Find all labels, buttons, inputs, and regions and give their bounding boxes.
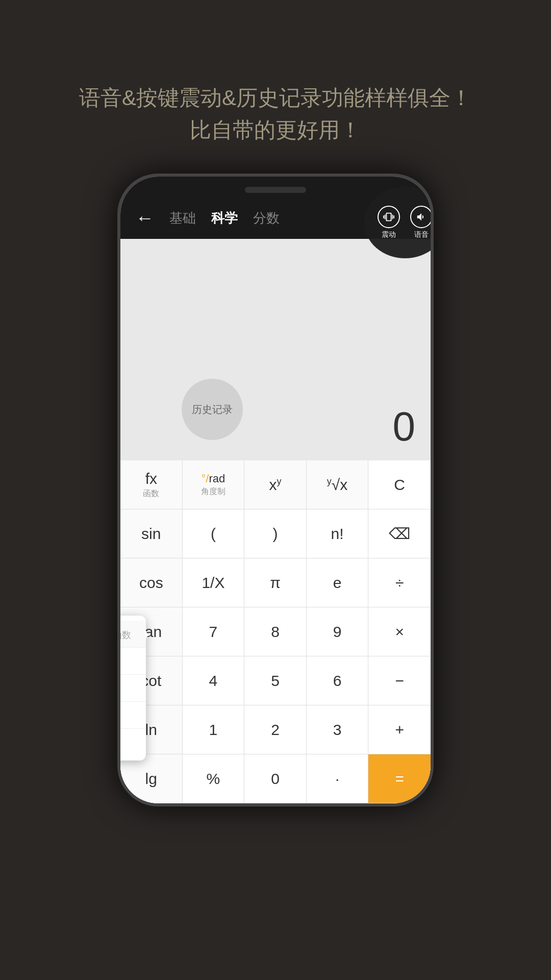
key-fx-0-0[interactable]: fx函数 (120, 460, 183, 509)
popup-item-tan[interactable]: tan-1 (120, 702, 146, 729)
key-C-0-4[interactable]: C (368, 460, 431, 509)
keyboard-row-3: tan789× (120, 607, 431, 656)
controls-row: 震动 语音 (378, 206, 431, 239)
key-1-5-1[interactable]: 1 (183, 705, 245, 754)
key-6-4-3[interactable]: 6 (307, 656, 369, 705)
key-lg-6-0[interactable]: lg (120, 754, 183, 803)
key-8-3-2[interactable]: 8 (244, 607, 307, 656)
popup-item-fx-inverse[interactable]: fx-1 反函数 (120, 621, 146, 648)
keyboard-row-6: lg%0·= (120, 754, 431, 803)
voice-icon (410, 206, 431, 228)
back-button[interactable]: ← (136, 207, 154, 229)
key-3-5-3[interactable]: 3 (307, 705, 369, 754)
history-button[interactable]: 历史记录 (182, 379, 243, 440)
key-__x-0-3[interactable]: y√x (307, 460, 369, 509)
tab-science[interactable]: 科学 (211, 209, 238, 227)
keyboard-row-4: cot456− (120, 656, 431, 705)
keyboard-row-0: fx函数°/rad角度制xyy√xC (120, 460, 431, 509)
key-cos-2-0[interactable]: cos (120, 558, 183, 607)
phone-wrapper: ← 基础 科学 分数 震 (117, 174, 434, 806)
key-_-5-4[interactable]: + (368, 705, 431, 754)
display-number: 0 (393, 403, 416, 450)
key-x_-0-2[interactable]: xy (244, 460, 307, 509)
keyboard-row-2: cos1/Xπe÷ (120, 558, 431, 607)
tab-basic[interactable]: 基础 (169, 209, 196, 227)
vibrate-control[interactable]: 震动 (378, 206, 400, 239)
voice-label: 语音 (414, 230, 429, 239)
voice-control[interactable]: 语音 (410, 206, 431, 239)
key-0-6-2[interactable]: 0 (244, 754, 307, 803)
key-_-6-4[interactable]: = (368, 754, 431, 803)
promo-line2: 比自带的更好用！ (41, 114, 510, 146)
key-n_-1-3[interactable]: n! (307, 509, 369, 558)
key-__rad-0-1[interactable]: °/rad角度制 (183, 460, 245, 509)
key-_-1-2[interactable]: ) (244, 509, 307, 558)
key-_-2-4[interactable]: ÷ (368, 558, 431, 607)
phone-notch (245, 187, 306, 193)
keyboard: fx函数°/rad角度制xyy√xCsin()n!⌫cos1/Xπe÷tan78… (120, 460, 431, 803)
top-bar: ← 基础 科学 分数 震 (120, 177, 431, 239)
phone-frame: ← 基础 科学 分数 震 (117, 174, 434, 806)
key-_-3-4[interactable]: × (368, 607, 431, 656)
key-_-1-1[interactable]: ( (183, 509, 245, 558)
key-_-6-3[interactable]: · (307, 754, 369, 803)
key-_-6-1[interactable]: % (183, 754, 245, 803)
key-4-4-1[interactable]: 4 (183, 656, 245, 705)
tab-fraction[interactable]: 分数 (253, 209, 280, 227)
key-7-3-1[interactable]: 7 (183, 607, 245, 656)
key-2-5-2[interactable]: 2 (244, 705, 307, 754)
key-sin-1-0[interactable]: sin (120, 509, 183, 558)
key-1_X-2-1[interactable]: 1/X (183, 558, 245, 607)
popup-item-cos[interactable]: cos-1 (120, 675, 146, 702)
keyboard-row-5: ln123+ (120, 705, 431, 754)
promo-line1: 语音&按键震动&历史记录功能样样俱全！ (41, 82, 510, 114)
popup-fx-label: 反函数 (120, 629, 131, 641)
popup-item-sin[interactable]: sin-1 (120, 648, 146, 675)
popup-menu: fx-1 反函数 sin-1 cos-1 tan-1 cot-1 (120, 616, 146, 761)
popup-item-cot[interactable]: cot-1 (120, 729, 146, 755)
key-9-3-3[interactable]: 9 (307, 607, 369, 656)
keyboard-row-1: sin()n!⌫ (120, 509, 431, 558)
vibrate-label: 震动 (382, 230, 396, 239)
key-e-2-3[interactable]: e (307, 558, 369, 607)
vibrate-icon (378, 206, 400, 228)
display-area: 历史记录 0 (120, 239, 431, 460)
phone-screen: ← 基础 科学 分数 震 (120, 177, 431, 803)
key-5-4-2[interactable]: 5 (244, 656, 307, 705)
promo-section: 语音&按键震动&历史记录功能样样俱全！ 比自带的更好用！ (0, 0, 551, 177)
key-_-1-4[interactable]: ⌫ (368, 509, 431, 558)
key-_-2-2[interactable]: π (244, 558, 307, 607)
key-_-4-4[interactable]: − (368, 656, 431, 705)
